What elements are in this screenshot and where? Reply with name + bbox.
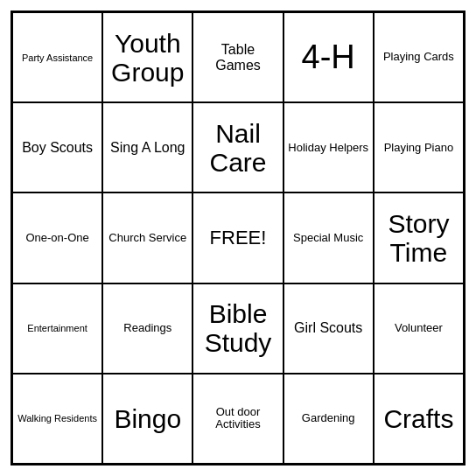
- cell-r4c4: Crafts: [374, 374, 464, 464]
- cell-r1c3: Holiday Helpers: [284, 102, 374, 192]
- cell-r0c0: Party Assistance: [12, 12, 102, 102]
- cell-r1c2: Nail Care: [192, 102, 283, 192]
- cell-r3c0: Entertainment: [12, 284, 102, 374]
- cell-text-r3c4: Volunteer: [395, 322, 443, 334]
- cell-text-r1c3: Holiday Helpers: [288, 142, 368, 154]
- cell-r1c4: Playing Piano: [374, 102, 464, 192]
- cell-text-r0c3: 4-H: [302, 39, 355, 76]
- cell-r2c2: FREE!: [192, 192, 283, 283]
- cell-r0c1: Youth Group: [102, 12, 192, 102]
- cell-text-r3c2: Bible Study: [197, 299, 278, 357]
- cell-r0c4: Playing Cards: [374, 12, 464, 102]
- cell-r3c1: Readings: [102, 284, 192, 374]
- cell-text-r0c2: Table Games: [197, 42, 278, 73]
- cell-text-r3c3: Girl Scouts: [294, 320, 362, 336]
- cell-text-r3c1: Readings: [123, 322, 172, 334]
- cell-text-r4c2: Out door Activities: [197, 406, 278, 431]
- cell-r4c0: Walking Residents: [12, 374, 102, 464]
- cell-r3c3: Girl Scouts: [284, 284, 374, 374]
- cell-text-r1c2: Nail Care: [197, 119, 278, 177]
- cell-text-r4c4: Crafts: [383, 404, 453, 433]
- cell-text-r4c0: Walking Residents: [18, 413, 97, 424]
- cell-r0c3: 4-H: [284, 12, 374, 102]
- cell-r4c3: Gardening: [284, 374, 374, 464]
- cell-r0c2: Table Games: [192, 12, 283, 102]
- cell-text-r0c1: Youth Group: [107, 29, 188, 87]
- cell-r3c4: Volunteer: [374, 284, 464, 374]
- cell-text-r4c3: Gardening: [302, 412, 355, 424]
- cell-text-r2c0: One-on-One: [25, 232, 88, 244]
- cell-text-r2c4: Story Time: [378, 209, 459, 267]
- cell-text-r1c1: Sing A Long: [110, 140, 185, 156]
- bingo-card: Party AssistanceYouth GroupTable Games4-…: [10, 10, 466, 466]
- cell-r2c4: Story Time: [374, 192, 464, 283]
- cell-r4c2: Out door Activities: [192, 374, 283, 464]
- cell-text-r1c0: Boy Scouts: [22, 140, 93, 156]
- cell-text-r3c0: Entertainment: [27, 323, 87, 333]
- cell-text-r0c0: Party Assistance: [22, 52, 93, 63]
- cell-text-r2c2: FREE!: [210, 228, 267, 248]
- cell-text-r1c4: Playing Piano: [384, 142, 454, 154]
- cell-r1c1: Sing A Long: [102, 102, 192, 192]
- cell-text-r2c3: Special Music: [293, 232, 363, 244]
- cell-r3c2: Bible Study: [192, 284, 283, 374]
- cell-text-r2c1: Church Service: [108, 232, 186, 244]
- cell-r2c1: Church Service: [102, 192, 192, 283]
- cell-text-r0c4: Playing Cards: [383, 51, 454, 63]
- cell-text-r4c1: Bingo: [114, 404, 181, 433]
- cell-r1c0: Boy Scouts: [12, 102, 102, 192]
- cell-r2c0: One-on-One: [12, 192, 102, 283]
- cell-r4c1: Bingo: [102, 374, 192, 464]
- cell-r2c3: Special Music: [284, 192, 374, 283]
